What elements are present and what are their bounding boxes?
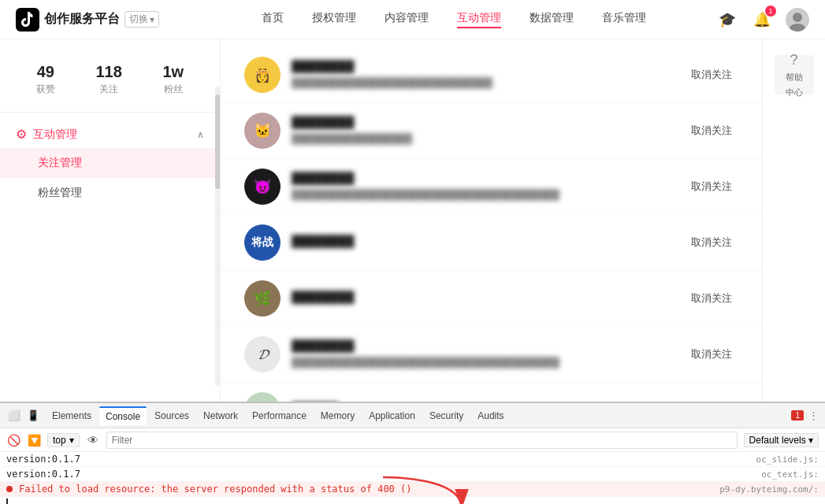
tab-sources[interactable]: Sources [148,407,195,424]
unfollow-button[interactable]: 取消关注 [685,232,738,253]
tab-audits[interactable]: Audits [471,407,510,424]
avatar: 👸 [244,57,281,93]
follow-desc: ████████████████████████████████████████ [292,355,674,369]
tab-performance[interactable]: Performance [246,407,313,424]
follow-info: ████████ ███████████████████████████████… [292,339,674,369]
nav-links: 首页 授权管理 内容管理 互动管理 数据管理 音乐管理 [191,11,716,28]
nav-interaction[interactable]: 互动管理 [457,11,501,28]
context-label: top [53,435,66,446]
console-text: version:0.1.7 [6,469,80,480]
follow-item: 𝓓 ████████ █████████████████████████████… [221,327,762,383]
devtools-inspect-icon[interactable]: ⬜ [6,408,22,424]
help-line2: 中心 [786,87,803,98]
main-content: 👸 ████████ █████████████████████████████… [221,39,762,402]
avatar: 𝓓 [244,336,281,372]
tab-elements[interactable]: Elements [46,407,98,424]
help-center-button[interactable]: ? 帮助 中心 [775,55,814,94]
tab-application[interactable]: Application [362,407,422,424]
unfollow-button[interactable]: 取消关注 [685,176,738,197]
sidebar-interaction-section: ⚙ 互动管理 ∧ 关注管理 粉丝管理 [0,120,220,208]
sidebar-item-follow-manage[interactable]: 关注管理 [0,148,220,178]
console-error-text: Failed to load resource: the server resp… [19,484,412,495]
nav-music[interactable]: 音乐管理 [602,11,646,28]
context-selector[interactable]: top ▾ [47,433,80,447]
follow-name: ████████ [292,172,674,184]
devtools-device-icon[interactable]: 📱 [25,408,41,424]
console-source[interactable]: oc_slide.js: [756,454,819,465]
follow-name: ████████ [292,235,674,247]
graduation-cap-button[interactable]: 🎓 [716,9,738,31]
notification-button[interactable]: 🔔 1 [751,9,773,31]
follow-desc: ██████████████████ [292,132,674,146]
stat-following-num: 118 [95,63,121,81]
nav-content[interactable]: 内容管理 [385,11,429,28]
unfollow-button[interactable]: 取消关注 [685,65,738,85]
follow-name: ████████ [292,116,674,128]
user-avatar[interactable] [786,8,809,32]
devtools-tabs: ⬜ 📱 Elements Console Sources Network Per… [0,403,825,428]
tab-security[interactable]: Security [423,407,470,424]
console-text: version:0.1.7 [6,454,80,465]
tab-console[interactable]: Console [99,406,147,425]
avatar: 😈 [244,169,281,205]
console-line: version:0.1.7 oc_slide.js: [0,452,825,467]
nav-auth[interactable]: 授权管理 [312,11,356,28]
unfollow-button[interactable]: 取消关注 [685,120,738,141]
follow-item: 将战 ████████ 取消关注 [221,215,762,271]
follow-name: ████████ [292,60,674,72]
stat-likes: 49 获赞 [36,63,55,96]
follow-item: 😈 ████████ █████████████████████████████… [221,159,762,215]
filter-input[interactable] [106,432,738,449]
follow-info: ████████ ██████████████████████████████ [292,60,674,90]
avatar: 🐱 [244,113,281,149]
top-navigation: 创作服务平台 切换 ▾ 首页 授权管理 内容管理 互动管理 数据管理 音乐管理 … [0,0,825,39]
avatar: 🌱 [244,392,281,402]
unfollow-button[interactable]: 取消关注 [685,344,738,365]
switch-button[interactable]: 切换 ▾ [124,11,159,28]
sidebar: 49 获赞 118 关注 1w 粉丝 ⚙ 互动管理 ∧ 关注管理 粉丝管理 [0,39,221,402]
unfollow-button[interactable]: 取消关注 [685,288,738,309]
help-line1: 帮助 [786,72,803,83]
devtools-console-body: version:0.1.7 oc_slide.js: version:0.1.7… [0,452,825,504]
follow-info: ████████ [292,235,674,250]
follow-item: 👸 ████████ █████████████████████████████… [221,47,762,103]
eye-icon[interactable]: 👁 [86,433,100,447]
tiktok-logo-icon [16,8,39,32]
sidebar-section-header[interactable]: ⚙ 互动管理 ∧ [0,120,220,148]
error-dot-icon [6,486,13,492]
devtools-more-icon[interactable]: ⋮ [808,410,819,421]
console-error-source[interactable]: p9-dy.byteimg.com/: [719,484,819,495]
error-count-badge: 1 [791,410,804,421]
tab-memory[interactable]: Memory [314,407,361,424]
sidebar-scroll-thumb [215,94,220,189]
tab-network[interactable]: Network [197,407,244,424]
follow-info: ████████ ███████████████████████████████… [292,172,674,202]
follow-item: 🌿 ████████ 取消关注 [221,271,762,327]
nav-right-area: 🎓 🔔 1 [716,8,809,32]
section-chevron-icon: ∧ [197,129,204,140]
filter-icon[interactable]: 🔽 [27,433,41,447]
log-levels-selector[interactable]: Default levels ▾ [744,433,819,447]
console-source[interactable]: oc_text.js: [761,469,819,480]
stat-fans-num: 1w [162,63,184,81]
follow-name: ████████ [292,291,674,303]
cursor-blink [6,498,8,504]
sidebar-item-fans-manage[interactable]: 粉丝管理 [0,178,220,208]
devtools-panel-icons: ⬜ 📱 [6,408,41,424]
red-arrow-indicator [375,469,470,504]
clear-console-icon[interactable]: 🚫 [6,433,20,447]
stat-fans-label: 粉丝 [162,83,184,96]
avatar: 🌿 [244,280,281,317]
follow-item: 🐱 ████████ ██████████████████ 取消关注 [221,103,762,159]
nav-data[interactable]: 数据管理 [530,11,574,28]
right-panel: ? 帮助 中心 [762,39,825,402]
follow-info: ████████ ██████████████████ [292,116,674,146]
interaction-icon: ⚙ [16,127,27,142]
context-chevron-icon: ▾ [69,435,74,446]
devtools-toolbar: 🚫 🔽 top ▾ 👁 Default levels ▾ [0,428,825,452]
devtools-right-icons: 1 ⋮ [791,410,819,421]
notification-badge: 1 [765,6,776,17]
nav-home[interactable]: 首页 [262,11,284,28]
stat-likes-label: 获赞 [36,83,55,96]
sidebar-scrollbar[interactable] [215,87,220,386]
